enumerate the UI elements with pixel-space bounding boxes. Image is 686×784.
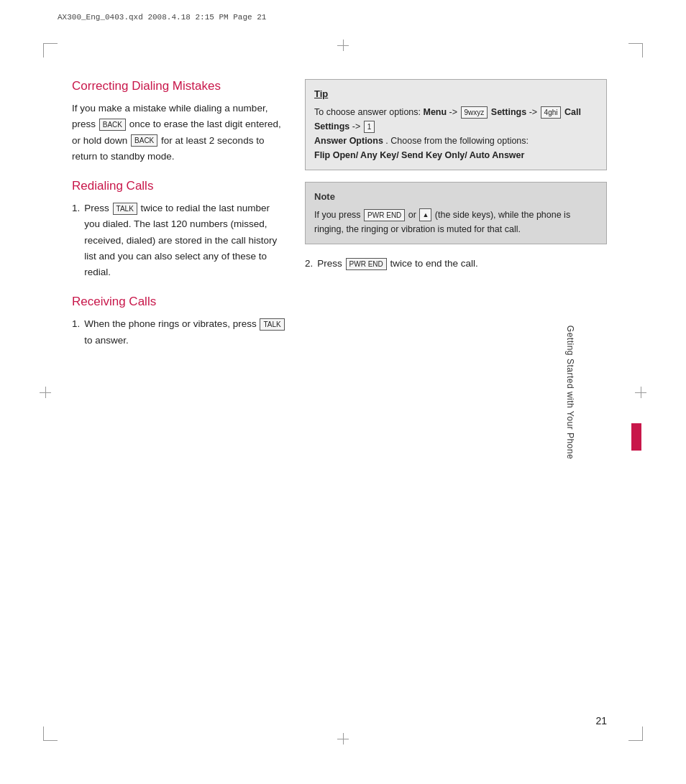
reg-mark-left bbox=[40, 387, 51, 398]
note-or: or bbox=[408, 210, 416, 220]
note-content: If you press PWR END or ▲ (the side keys… bbox=[314, 208, 598, 236]
reg-mark-top bbox=[337, 40, 349, 51]
tip-menu-bold: Menu bbox=[423, 107, 447, 117]
tip-key-9: 9wxyz bbox=[461, 106, 488, 119]
corner-mark-br bbox=[628, 727, 643, 741]
note-box: Note If you press PWR END or ▲ (the side… bbox=[305, 182, 607, 244]
receiving-text-post: to answer. bbox=[84, 335, 129, 346]
redialing-list: 1. Press TALK twice to redial the last n… bbox=[72, 200, 288, 280]
pwr-end-key: PWR END bbox=[346, 258, 387, 270]
end-call-text-pre: Press bbox=[317, 258, 342, 269]
tip-title: Tip bbox=[314, 87, 598, 102]
right-column: Tip To choose answer options: Menu -> 9w… bbox=[305, 72, 607, 712]
end-call-item-2-num: 2. bbox=[305, 256, 313, 272]
back-key-2: BACK bbox=[131, 134, 157, 147]
main-content: Correcting Dialing Mistakes If you make … bbox=[72, 72, 607, 712]
receiving-list: 1. When the phone rings or vibrates, pre… bbox=[72, 316, 288, 349]
note-title: Note bbox=[314, 190, 598, 205]
tip-key-1: 1 bbox=[364, 121, 375, 133]
corner-mark-tr bbox=[628, 43, 643, 57]
tip-settings-bold: Settings bbox=[491, 107, 526, 117]
redialing-item-1-content: Press TALK twice to redial the last numb… bbox=[84, 200, 288, 280]
end-call-list: 2. Press PWR END twice to end the call. bbox=[305, 256, 607, 272]
header-bar: AX300_Eng_0403.qxd 2008.4.18 2:15 PM Pag… bbox=[58, 13, 628, 22]
tip-answer-bold: Answer Options bbox=[314, 136, 383, 146]
redialing-item-1-num: 1. bbox=[72, 200, 80, 280]
redialing-item-1: 1. Press TALK twice to redial the last n… bbox=[72, 200, 288, 280]
tip-options-list: Flip Open/ Any Key/ Send Key Only/ Auto … bbox=[314, 150, 524, 160]
receiving-item-1-content: When the phone rings or vibrates, press … bbox=[84, 316, 288, 349]
reg-mark-bottom bbox=[337, 733, 349, 744]
reg-mark-right bbox=[635, 387, 646, 398]
note-arrow-key: ▲ bbox=[419, 208, 431, 221]
note-text-pre: If you press bbox=[314, 210, 361, 220]
receiving-item-1: 1. When the phone rings or vibrates, pre… bbox=[72, 316, 288, 349]
tip-choose-text: . Choose from the following options: bbox=[385, 136, 529, 146]
corner-mark-bl bbox=[43, 727, 58, 741]
section-heading-redialing: Redialing Calls bbox=[72, 179, 288, 193]
end-call-text-post: twice to end the call. bbox=[390, 258, 478, 269]
correcting-body: If you make a mistake while dialing a nu… bbox=[72, 101, 288, 165]
pink-accent-bar bbox=[631, 423, 641, 451]
tip-content: To choose answer options: Menu -> 9wxyz … bbox=[314, 105, 598, 162]
tip-answer-options: Answer Options . Choose from the followi… bbox=[314, 136, 529, 146]
redialing-text-pre: Press bbox=[84, 203, 109, 213]
note-pwr-key: PWR END bbox=[364, 209, 405, 221]
end-call-item-2-content: Press PWR END twice to end the call. bbox=[317, 256, 607, 272]
tip-box: Tip To choose answer options: Menu -> 9w… bbox=[305, 79, 607, 170]
section-heading-correcting: Correcting Dialing Mistakes bbox=[72, 79, 288, 93]
receiving-text-pre: When the phone rings or vibrates, press bbox=[84, 318, 256, 329]
page-number: 21 bbox=[595, 715, 607, 727]
header-text: AX300_Eng_0403.qxd 2008.4.18 2:15 PM Pag… bbox=[58, 13, 266, 22]
tip-arrow2: -> bbox=[352, 121, 360, 132]
receiving-item-1-num: 1. bbox=[72, 316, 80, 349]
talk-key-redialing: TALK bbox=[113, 203, 137, 215]
end-call-item-2: 2. Press PWR END twice to end the call. bbox=[305, 256, 607, 272]
corner-mark-tl bbox=[43, 43, 58, 57]
tip-line1: To choose answer options: Menu -> bbox=[314, 107, 457, 117]
tip-key-4: 4ghi bbox=[541, 106, 562, 119]
talk-key-receiving: TALK bbox=[260, 318, 284, 331]
back-key-1: BACK bbox=[99, 119, 126, 131]
left-column: Correcting Dialing Mistakes If you make … bbox=[72, 72, 288, 712]
section-heading-receiving: Receiving Calls bbox=[72, 295, 288, 309]
tip-arrow1: -> bbox=[529, 107, 537, 117]
